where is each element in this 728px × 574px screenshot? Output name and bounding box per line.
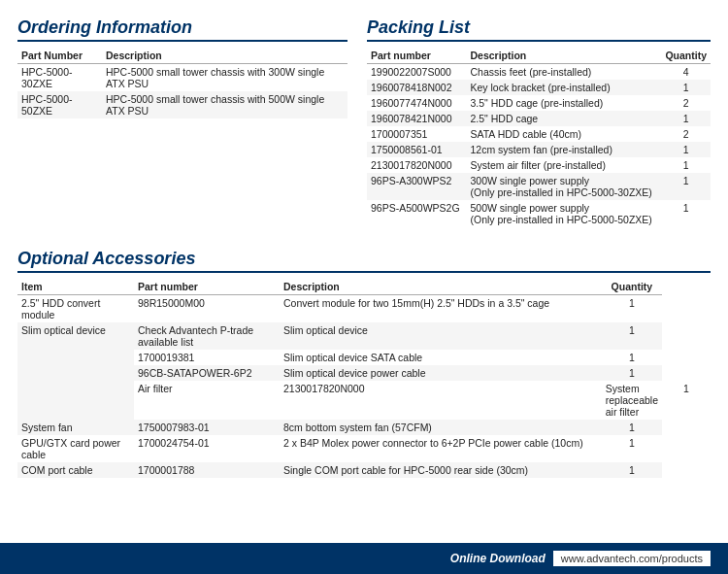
ordering-row: HPC-5000-50ZXE HPC-5000 small tower chas… [17, 91, 347, 118]
packing-cell-qty: 2 [661, 95, 711, 111]
optional-cell-qty: 1 [602, 462, 662, 478]
packing-col-desc: Description [466, 48, 661, 64]
ordering-col-desc: Description [102, 48, 347, 64]
optional-cell-part: 1750007983-01 [134, 420, 280, 435]
optional-cell-qty: 1 [602, 420, 662, 435]
packing-row: 1990022007S000 Chassis feet (pre-install… [367, 64, 711, 81]
optional-table: Item Part number Description Quantity 2.… [17, 279, 711, 478]
packing-cell-part: 1960078418N002 [367, 80, 466, 95]
optional-row: GPU/GTX card power cable 1700024754-01 2… [17, 435, 711, 462]
optional-cell-item: Slim optical device [17, 322, 134, 420]
optional-title: Optional Accessories [17, 249, 711, 273]
optional-cell-desc: Slim optical device power cable [280, 365, 602, 381]
packing-cell-qty: 1 [661, 142, 711, 157]
packing-row: 1750008561-01 12cm system fan (pre-insta… [367, 142, 711, 157]
packing-row: 1960078418N002 Key lock bracket (pre-ins… [367, 80, 711, 95]
optional-cell-desc: 2 x B4P Molex power connector to 6+2P PC… [280, 435, 602, 462]
optional-cell-part: 1700024754-01 [134, 435, 280, 462]
packing-cell-desc: SATA HDD cable (40cm) [466, 126, 661, 142]
optional-cell-desc: Slim optical device SATA cable [280, 350, 602, 365]
ordering-title: Ordering Information [17, 17, 347, 42]
packing-cell-desc: 3.5" HDD cage (pre-installed) [466, 95, 661, 111]
packing-row: 96PS-A300WPS2 300W single power supply(O… [367, 173, 711, 200]
optional-cell-desc: Convert module for two 15mm(H) 2.5" HDDs… [280, 295, 602, 323]
optional-cell-part: 98R15000M00 [134, 295, 280, 323]
packing-title: Packing List [367, 17, 711, 42]
packing-cell-part: 96PS-A500WPS2G [367, 200, 466, 227]
ordering-cell-desc: HPC-5000 small tower chassis with 300W s… [102, 64, 347, 92]
packing-cell-part: 2130017820N000 [367, 157, 466, 173]
packing-cell-qty: 1 [661, 80, 711, 95]
optional-row: COM port cable 1700001788 Single COM por… [17, 462, 711, 478]
ordering-cell-part: HPC-5000-50ZXE [17, 91, 102, 118]
packing-cell-part: 1960077474N000 [367, 95, 466, 111]
optional-cell-qty: 1 [602, 295, 662, 323]
ordering-cell-part: HPC-5000-30ZXE [17, 64, 102, 92]
footer-bar: Online Download www.advantech.com/produc… [0, 543, 728, 574]
optional-cell-desc: 8cm bottom system fan (57CFM) [280, 420, 602, 435]
optional-col-part: Part number [134, 279, 280, 295]
packing-col-qty: Quantity [661, 48, 711, 64]
packing-cell-desc: 300W single power supply(Only pre-instal… [466, 173, 661, 200]
optional-col-desc: Description [280, 279, 602, 295]
optional-cell-item: COM port cable [17, 462, 134, 478]
footer-label: Online Download [450, 552, 546, 565]
packing-col-part: Part number [367, 48, 466, 64]
packing-row: 1960077474N000 3.5" HDD cage (pre-instal… [367, 95, 711, 111]
optional-cell-part: Check Advantech P-tradeavailable list [134, 322, 280, 350]
optional-cell-qty: 1 [662, 381, 711, 420]
packing-cell-qty: 4 [661, 64, 711, 81]
optional-row: Slim optical device Check Advantech P-tr… [17, 322, 711, 350]
packing-cell-qty: 1 [661, 111, 711, 126]
optional-cell-qty: 1 [602, 322, 662, 350]
packing-cell-part: 1750008561-01 [367, 142, 466, 157]
footer-url: www.advantech.com/products [553, 551, 711, 566]
ordering-row: HPC-5000-30ZXE HPC-5000 small tower chas… [17, 64, 347, 92]
optional-cell-part: 96CB-SATAPOWER-6P2 [134, 365, 280, 381]
packing-cell-qty: 1 [661, 200, 711, 227]
packing-row: 1960078421N000 2.5" HDD cage 1 [367, 111, 711, 126]
packing-cell-desc: 500W single power supply(Only pre-instal… [466, 200, 661, 227]
packing-cell-part: 1960078421N000 [367, 111, 466, 126]
packing-cell-part: 96PS-A300WPS2 [367, 173, 466, 200]
optional-cell-desc: Single COM port cable for HPC-5000 rear … [280, 462, 602, 478]
ordering-col-part: Part Number [17, 48, 102, 64]
optional-cell-item: System fan [17, 420, 134, 435]
optional-cell-desc: System replaceable air filter [602, 381, 662, 420]
optional-cell-qty: 1 [602, 435, 662, 462]
packing-cell-desc: System air filter (pre-installed) [466, 157, 661, 173]
optional-cell-qty: 1 [602, 350, 662, 365]
packing-cell-qty: 2 [661, 126, 711, 142]
ordering-cell-desc: HPC-5000 small tower chassis with 500W s… [102, 91, 347, 118]
packing-row: 96PS-A500WPS2G 500W single power supply(… [367, 200, 711, 227]
optional-row: 2.5" HDD convert module 98R15000M00 Conv… [17, 295, 711, 323]
packing-cell-part: 1990022007S000 [367, 64, 466, 81]
optional-cell-part: 1700001788 [134, 462, 280, 478]
packing-cell-desc: Chassis feet (pre-installed) [466, 64, 661, 81]
packing-cell-desc: 2.5" HDD cage [466, 111, 661, 126]
optional-cell-item: Air filter [134, 381, 280, 420]
optional-cell-part: 2130017820N000 [280, 381, 602, 420]
optional-cell-desc: Slim optical device [280, 322, 602, 350]
packing-row: 1700007351 SATA HDD cable (40cm) 2 [367, 126, 711, 142]
packing-cell-desc: 12cm system fan (pre-installed) [466, 142, 661, 157]
packing-cell-desc: Key lock bracket (pre-installed) [466, 80, 661, 95]
ordering-table: Part Number Description HPC-5000-30ZXE H… [17, 48, 347, 118]
packing-table: Part number Description Quantity 1990022… [367, 48, 711, 227]
packing-row: 2130017820N000 System air filter (pre-in… [367, 157, 711, 173]
packing-cell-qty: 1 [661, 157, 711, 173]
packing-cell-part: 1700007351 [367, 126, 466, 142]
optional-cell-qty: 1 [602, 365, 662, 381]
optional-cell-item: 2.5" HDD convert module [17, 295, 134, 323]
optional-col-qty: Quantity [602, 279, 662, 295]
optional-col-item: Item [17, 279, 134, 295]
optional-cell-item: GPU/GTX card power cable [17, 435, 134, 462]
packing-cell-qty: 1 [661, 173, 711, 200]
optional-row: System fan 1750007983-01 8cm bottom syst… [17, 420, 711, 435]
optional-cell-part: 1700019381 [134, 350, 280, 365]
